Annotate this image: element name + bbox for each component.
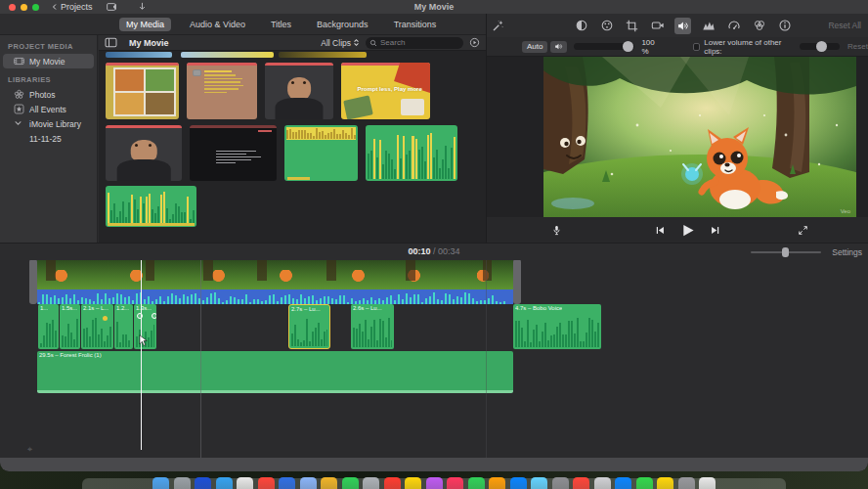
dock-app-icon[interactable] bbox=[195, 477, 211, 489]
dock-app-icon[interactable] bbox=[510, 477, 527, 489]
clip-filter-icon[interactable] bbox=[751, 18, 767, 34]
search-input[interactable] bbox=[380, 38, 458, 47]
tab-backgrounds[interactable]: Backgrounds bbox=[310, 18, 375, 31]
lower-volume-checkbox[interactable] bbox=[693, 43, 701, 51]
playhead[interactable] bbox=[141, 260, 142, 450]
tab-transitions[interactable]: Transitions bbox=[387, 18, 444, 31]
crop-icon[interactable] bbox=[624, 18, 640, 34]
dock-app-icon[interactable] bbox=[489, 477, 505, 489]
dock-app-icon[interactable] bbox=[468, 477, 485, 489]
audio-clip-selected[interactable]: 2.7s – Lu... bbox=[288, 304, 330, 349]
dock-app-icon[interactable] bbox=[657, 477, 673, 489]
background-music-clip[interactable]: 29.5s – Forest Frolic (1) bbox=[37, 351, 513, 393]
dock-app-icon[interactable] bbox=[426, 477, 443, 489]
fullscreen-expand-icon[interactable] bbox=[794, 222, 811, 238]
media-thumbnail-webcam-person[interactable] bbox=[106, 125, 182, 181]
sidebar-item-all-events[interactable]: All Events bbox=[0, 102, 97, 116]
audio-clip[interactable]: 2.1s – L... bbox=[81, 304, 113, 349]
filmstrip-frame bbox=[106, 260, 174, 289]
skimmer-line[interactable] bbox=[200, 260, 201, 458]
all-clips-filter[interactable]: All Clips bbox=[321, 38, 360, 48]
dock-app-icon[interactable] bbox=[216, 477, 233, 489]
dock-app-icon[interactable] bbox=[174, 477, 191, 489]
dock-app-icon[interactable] bbox=[321, 477, 337, 489]
lower-volume-slider[interactable] bbox=[800, 43, 840, 50]
thumbnail-partial-strip bbox=[106, 52, 172, 58]
enhance-wand-icon[interactable] bbox=[490, 18, 506, 34]
sidebar-item-11-11-25[interactable]: 11-11-25 bbox=[0, 131, 97, 146]
dock-app-icon[interactable] bbox=[384, 477, 401, 489]
play-icon[interactable] bbox=[678, 222, 696, 238]
audio-clip[interactable]: 1.2... bbox=[114, 304, 133, 349]
dock-app-icon[interactable] bbox=[152, 477, 169, 489]
mute-speaker-icon[interactable] bbox=[550, 41, 567, 53]
color-balance-icon[interactable] bbox=[573, 18, 589, 34]
search-field[interactable] bbox=[366, 37, 463, 49]
clip-trim-handle-left[interactable] bbox=[29, 260, 37, 304]
clip-trim-handle-right[interactable] bbox=[513, 260, 521, 304]
noise-equalizer-icon[interactable] bbox=[700, 18, 716, 34]
volume-reset-button[interactable]: Reset bbox=[847, 42, 868, 51]
sidebar-item-my-movie[interactable]: My Movie bbox=[3, 54, 94, 68]
volume-slider[interactable] bbox=[574, 43, 634, 50]
audio-clip-label: 2.6s – Lu... bbox=[353, 305, 382, 311]
dock-app-icon[interactable] bbox=[678, 477, 695, 489]
dock-app-icon[interactable] bbox=[363, 477, 379, 489]
timeline-zoom-knob[interactable] bbox=[782, 247, 789, 257]
timeline-zoom-slider[interactable] bbox=[751, 251, 821, 253]
media-thumbnail-webcam-person[interactable] bbox=[265, 63, 333, 119]
dock-app-icon[interactable] bbox=[342, 477, 359, 489]
media-thumbnail-screen-recording[interactable] bbox=[190, 125, 277, 181]
color-correction-icon[interactable] bbox=[598, 18, 615, 34]
dock[interactable] bbox=[145, 475, 723, 489]
media-thumbnail-audio-tall-waves[interactable] bbox=[366, 125, 457, 181]
dock-app-icon[interactable] bbox=[699, 477, 716, 489]
dock-app-icon[interactable] bbox=[447, 477, 463, 489]
audio-clip[interactable]: 1... bbox=[38, 304, 59, 349]
volume-slider-knob[interactable] bbox=[623, 41, 633, 52]
skip-forward-icon[interactable] bbox=[706, 222, 723, 238]
tab-audio-video[interactable]: Audio & Video bbox=[183, 18, 252, 31]
dock-app-icon[interactable] bbox=[636, 477, 653, 489]
record-voiceover-mic-icon[interactable] bbox=[547, 222, 565, 238]
veo-watermark: Veo bbox=[841, 208, 850, 214]
recents-clock-icon[interactable] bbox=[469, 37, 480, 48]
skip-back-icon[interactable] bbox=[651, 222, 669, 238]
sidebar-item-imovie-library[interactable]: iMovie Library bbox=[0, 116, 97, 131]
dock-app-icon[interactable] bbox=[258, 477, 275, 489]
fade-handle[interactable] bbox=[152, 313, 156, 319]
lower-volume-knob[interactable] bbox=[816, 41, 827, 52]
media-thumbnail-audio-waveform[interactable] bbox=[106, 186, 196, 227]
sidebar-item-photos[interactable]: Photos bbox=[0, 87, 97, 102]
dock-app-icon[interactable] bbox=[573, 477, 589, 489]
media-thumbnail-slide-yellow[interactable]: Prompt less, Play more bbox=[341, 63, 430, 119]
tab-my-media[interactable]: My Media bbox=[119, 18, 171, 31]
panel-toggle-icon[interactable] bbox=[105, 37, 117, 48]
reset-all-button[interactable]: Reset All bbox=[828, 21, 861, 30]
video-audio-waveform[interactable] bbox=[37, 289, 513, 304]
dock-app-icon[interactable] bbox=[552, 477, 569, 489]
auto-volume-button[interactable]: Auto bbox=[522, 41, 547, 53]
video-clip-filmstrip[interactable] bbox=[37, 260, 513, 289]
media-thumbnail-audio-yellow-top[interactable] bbox=[284, 125, 358, 181]
dock-app-icon[interactable] bbox=[279, 477, 295, 489]
dock-app-icon[interactable] bbox=[405, 477, 421, 489]
tab-titles[interactable]: Titles bbox=[264, 18, 298, 31]
dock-app-icon[interactable] bbox=[237, 477, 253, 489]
audio-clip[interactable]: 2.6s – Lu... bbox=[351, 304, 394, 349]
timecode-total: 00:34 bbox=[438, 246, 460, 256]
info-icon[interactable] bbox=[776, 18, 793, 34]
audio-clip[interactable]: 4.7s – Bobo Voice bbox=[513, 304, 601, 349]
dock-app-icon[interactable] bbox=[615, 477, 631, 489]
viewer-video-frame[interactable]: Veo bbox=[543, 57, 856, 217]
speed-icon[interactable] bbox=[725, 18, 742, 34]
media-thumbnail-document-tan[interactable] bbox=[187, 63, 257, 119]
media-thumbnail-screenshot-grid[interactable] bbox=[106, 63, 179, 119]
dock-app-icon[interactable] bbox=[531, 477, 547, 489]
dock-app-icon[interactable] bbox=[594, 477, 611, 489]
stabilization-icon[interactable] bbox=[649, 18, 666, 34]
volume-icon[interactable] bbox=[674, 18, 691, 34]
dock-app-icon[interactable] bbox=[300, 477, 317, 489]
timeline-settings-button[interactable]: Settings bbox=[832, 247, 862, 257]
audio-clip[interactable]: 1.5s... bbox=[60, 304, 80, 349]
